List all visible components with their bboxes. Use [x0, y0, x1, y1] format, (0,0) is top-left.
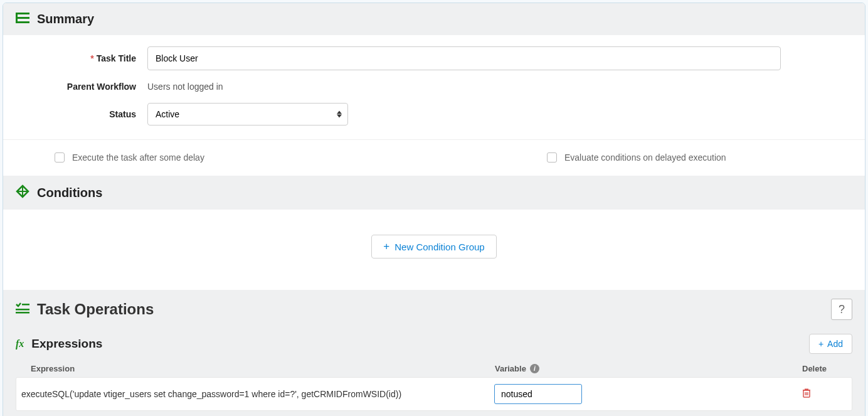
new-condition-group-label: New Condition Group — [394, 242, 484, 252]
operations-header: Task Operations ? — [16, 299, 852, 320]
add-label: Add — [827, 339, 843, 349]
status-select-value[interactable] — [147, 103, 348, 125]
parent-workflow-row: Parent Workflow Users not logged in — [16, 82, 852, 92]
parent-workflow-label: Parent Workflow — [16, 82, 147, 92]
expression-row: executeSQL('update vtiger_users set chan… — [16, 377, 852, 411]
task-title-input[interactable] — [147, 46, 781, 70]
evaluate-delayed-label: Evaluate conditions on delayed execution — [564, 151, 726, 164]
conditions-heading: Conditions — [37, 186, 102, 200]
svg-rect-1 — [16, 17, 29, 19]
svg-rect-6 — [16, 312, 29, 314]
execute-delay-label: Execute the task after some delay — [72, 151, 204, 164]
task-title-row: *Task Title — [16, 46, 852, 70]
info-icon[interactable]: i — [530, 364, 539, 373]
help-button[interactable]: ? — [831, 299, 852, 320]
parent-workflow-value: Users not logged in — [147, 82, 852, 92]
svg-rect-4 — [22, 304, 29, 306]
expression-cell: executeSQL('update vtiger_users set chan… — [16, 389, 494, 399]
svg-rect-9 — [803, 390, 810, 391]
expressions-table: Expression Variable i Delete executeSQL(… — [16, 360, 852, 411]
evaluate-delayed-group: Evaluate conditions on delayed execution — [434, 151, 726, 164]
svg-rect-2 — [16, 21, 29, 23]
new-condition-group-button[interactable]: + New Condition Group — [371, 235, 496, 259]
conditions-body: + New Condition Group — [3, 210, 865, 290]
col-delete-header: Delete — [802, 364, 852, 373]
conditions-header: Conditions — [3, 176, 865, 210]
add-expression-button[interactable]: + Add — [809, 334, 852, 354]
execute-delay-group: Execute the task after some delay — [16, 151, 434, 164]
svg-rect-3 — [16, 13, 18, 23]
status-row: Status — [16, 103, 852, 125]
operations-heading: Task Operations — [37, 301, 154, 318]
status-label: Status — [16, 109, 147, 119]
expressions-heading: Expressions — [31, 337, 102, 351]
svg-rect-0 — [16, 13, 29, 14]
summary-body: *Task Title Parent Workflow Users not lo… — [3, 35, 865, 139]
col-variable-header: Variable i — [495, 364, 802, 373]
operations-icon — [16, 302, 29, 316]
col-expression-header: Expression — [16, 364, 495, 373]
task-editor: Summary *Task Title Parent Workflow User… — [3, 3, 865, 416]
execute-delay-checkbox[interactable] — [55, 152, 65, 163]
plus-icon: + — [818, 339, 823, 349]
conditions-icon — [16, 184, 29, 201]
status-select[interactable] — [147, 103, 348, 125]
svg-rect-5 — [16, 309, 29, 311]
task-title-label: *Task Title — [16, 53, 147, 63]
fx-icon: fx — [16, 338, 24, 349]
required-star: * — [90, 53, 93, 63]
summary-icon — [16, 13, 29, 26]
evaluate-delayed-checkbox[interactable] — [547, 152, 557, 163]
operations-section: Task Operations ? fx Expressions + Add E… — [3, 290, 865, 416]
plus-icon: + — [383, 240, 389, 253]
variable-input[interactable] — [494, 384, 582, 404]
summary-header: Summary — [3, 3, 865, 35]
summary-options-row: Execute the task after some delay Evalua… — [3, 139, 865, 176]
delete-button[interactable] — [802, 389, 812, 400]
help-icon: ? — [839, 303, 845, 316]
expressions-header: fx Expressions + Add — [16, 334, 852, 354]
summary-heading: Summary — [37, 12, 94, 26]
expressions-table-header: Expression Variable i Delete — [16, 360, 852, 377]
